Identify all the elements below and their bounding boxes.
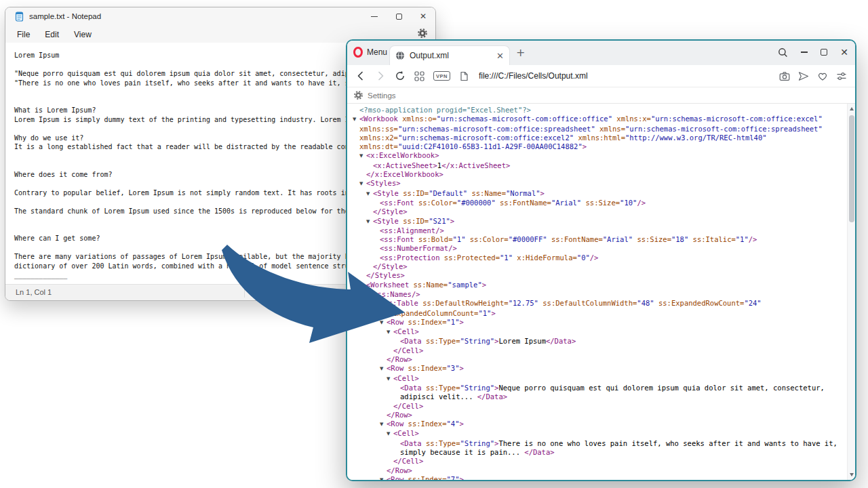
grid-icon	[414, 71, 425, 81]
scroll-down-icon[interactable]	[850, 473, 854, 476]
browser-tabstrip: Menu Output.xml ✕ +	[347, 41, 855, 65]
xml-line: ▼<Cell>	[353, 374, 844, 384]
statusbar-divider	[244, 288, 245, 298]
xml-line: ▼<Row ss:Index="1">	[353, 318, 844, 327]
browser-bookmarks-bar: Settings	[347, 87, 855, 104]
collapse-arrow-icon[interactable]: ▼	[380, 420, 387, 429]
close-icon: ✕	[420, 12, 427, 21]
xml-line: <Data ss:Type="String">Lorem Ipsum</Data…	[353, 337, 844, 346]
tune-icon	[836, 71, 847, 81]
collapse-arrow-icon[interactable]: ▼	[373, 300, 380, 308]
send-to-flow-button[interactable]	[798, 71, 809, 81]
collapse-arrow-icon[interactable]: ▼	[359, 281, 366, 290]
xml-line: </Cell>	[353, 457, 844, 466]
xml-line: simply because it is pain... </Data>	[353, 448, 844, 457]
opera-menu-button[interactable]: Menu	[353, 47, 387, 58]
xml-line: </Row>	[353, 466, 844, 475]
xml-line: ▼<Cell>	[353, 327, 844, 337]
collapse-arrow-icon[interactable]: ▼	[366, 190, 373, 199]
reload-icon	[395, 70, 406, 81]
xml-line: </Cell>	[353, 346, 844, 355]
collapse-arrow-icon[interactable]: ▼	[366, 218, 373, 226]
notepad-settings-button[interactable]	[418, 28, 427, 38]
browser-addressbar: VPN file:///C:/Files/Cells/Output.xml	[347, 65, 855, 87]
xml-line: </x:ExcelWorkbook>	[353, 170, 844, 179]
settings-bookmark[interactable]: Settings	[354, 91, 396, 100]
collapse-arrow-icon[interactable]: ▼	[387, 328, 393, 337]
xml-line: ▼<ss:Table ss:DefaultRowHeight="12.75" s…	[353, 299, 844, 308]
forward-button[interactable]	[375, 70, 386, 81]
notepad-maximize-button[interactable]	[387, 7, 411, 25]
notepad-close-button[interactable]: ✕	[411, 7, 435, 25]
xml-line: ▼<x:ExcelWorkbook>	[353, 151, 844, 161]
search-icon	[778, 47, 788, 58]
notepad-titlebar[interactable]: sample.txt - Notepad ✕	[5, 7, 435, 25]
notepad-minimize-button[interactable]	[362, 7, 387, 25]
speed-dial-button[interactable]	[414, 71, 425, 81]
xml-line: xmlns:dt="uuid:C2F41010-65B3-11d1-A29F-0…	[353, 142, 844, 151]
menu-file[interactable]: File	[9, 28, 37, 41]
back-button[interactable]	[355, 70, 366, 81]
scrollbar-thumb[interactable]	[849, 115, 854, 222]
xml-line: </Style>	[353, 262, 844, 271]
reload-button[interactable]	[395, 70, 406, 81]
collapse-arrow-icon[interactable]: ▼	[380, 476, 387, 480]
xml-line: ▼<Worksheet ss:Name="sample">	[353, 281, 844, 290]
menu-view[interactable]: View	[66, 28, 99, 41]
chevron-right-icon	[375, 70, 386, 81]
snapshot-button[interactable]	[779, 71, 790, 81]
maximize-icon	[821, 49, 827, 56]
xml-line: <ss:Protection ss:Protected="1" x:HideFo…	[353, 253, 844, 262]
notepad-menubar-items: FileEditView	[9, 28, 99, 40]
browser-maximize-button[interactable]	[821, 49, 827, 56]
collapse-arrow-icon[interactable]: ▼	[353, 115, 359, 124]
bookmark-button[interactable]	[817, 71, 828, 81]
browser-minimize-button[interactable]	[801, 52, 808, 52]
menu-edit[interactable]: Edit	[37, 28, 66, 41]
collapse-arrow-icon[interactable]: ▼	[387, 430, 393, 439]
xml-line: <ss:Names/>	[353, 290, 844, 299]
collapse-arrow-icon[interactable]: ▼	[359, 180, 366, 188]
xml-viewer[interactable]: <?mso-application progid="Excel.Sheet"?>…	[347, 104, 855, 480]
vertical-scrollbar[interactable]	[847, 104, 855, 480]
xml-line: <Data ss:Type="String">There is no one w…	[353, 439, 844, 448]
browser-tab-active[interactable]: Output.xml ✕	[389, 45, 510, 65]
xml-line: adipisci velit... </Data>	[353, 392, 844, 401]
heart-icon	[817, 71, 828, 81]
xml-line: </Styles>	[353, 271, 844, 280]
notepad-window-title: sample.txt - Notepad	[29, 12, 101, 20]
opera-menu-label: Menu	[367, 47, 387, 57]
vpn-badge[interactable]: VPN	[433, 71, 450, 81]
page-info-button[interactable]	[459, 71, 469, 81]
tab-title: Output.xml	[410, 51, 492, 60]
collapse-arrow-icon[interactable]: ▼	[387, 375, 393, 384]
xml-line: </Style>	[353, 207, 844, 216]
globe-icon	[395, 51, 405, 60]
cursor-position: Ln 1, Col 1	[16, 288, 52, 296]
xml-line: <?mso-application progid="Excel.Sheet"?>	[353, 106, 844, 115]
xml-line: xmlns:x2="urn:schemas-microsoft-com:offi…	[353, 134, 844, 142]
zoom-level[interactable]: 100%	[251, 288, 281, 296]
document-icon	[459, 71, 469, 81]
xml-line: ▼<Row ss:Index="7">	[353, 475, 844, 480]
sidebar-setup-button[interactable]	[836, 71, 847, 81]
collapse-arrow-icon[interactable]: ▼	[359, 152, 366, 161]
collapse-arrow-icon[interactable]: ▼	[380, 365, 387, 373]
tab-close-button[interactable]: ✕	[496, 51, 504, 61]
close-icon: ✕	[840, 47, 848, 58]
xml-line: </Row>	[353, 355, 844, 364]
chevron-left-icon	[355, 70, 366, 81]
new-tab-button[interactable]: +	[516, 46, 525, 59]
gear-icon	[418, 28, 427, 38]
xml-line: ▼<Style ss:ID="S21">	[353, 217, 844, 226]
scroll-up-icon[interactable]	[850, 107, 854, 110]
url-field[interactable]: file:///C:/Files/Cells/Output.xml	[479, 71, 770, 81]
minimize-icon	[801, 52, 808, 52]
xml-line: </Cell>	[353, 402, 844, 411]
xml-line: <ss:NumberFormat/>	[353, 244, 844, 253]
collapse-arrow-icon[interactable]: ▼	[380, 319, 387, 327]
xml-line: <ss:Font ss:Color="#000000" ss:FontName=…	[353, 199, 844, 207]
browser-close-button[interactable]: ✕	[840, 47, 848, 58]
browser-search-button[interactable]	[778, 47, 788, 58]
xml-line: ▼<Workbook xmlns:o="urn:schemas-microsof…	[353, 115, 844, 124]
